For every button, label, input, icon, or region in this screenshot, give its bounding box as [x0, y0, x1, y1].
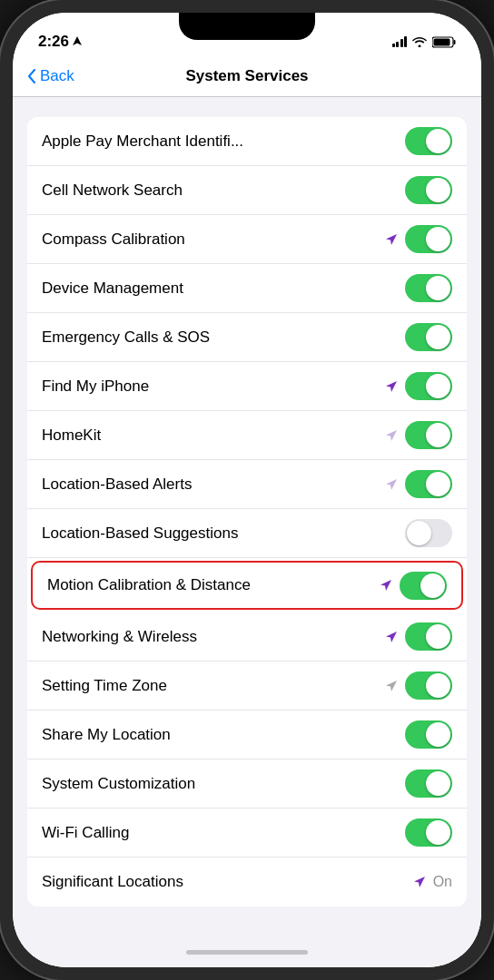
- settings-row[interactable]: Device Management: [27, 264, 467, 313]
- row-right: [385, 372, 452, 400]
- phone-frame: 2:26: [0, 0, 494, 980]
- row-label: Find My iPhone: [42, 377, 385, 396]
- settings-row[interactable]: Networking & Wireless: [27, 612, 467, 662]
- row-right: [385, 470, 452, 498]
- svg-rect-2: [434, 38, 450, 45]
- row-text: Find My iPhone: [42, 377, 149, 396]
- row-right: [385, 671, 452, 700]
- row-label: Apple Pay Merchant Identifi...: [42, 132, 405, 151]
- toggle-switch[interactable]: [405, 323, 452, 351]
- location-arrow-icon: [385, 429, 398, 442]
- battery-icon: [432, 36, 456, 48]
- row-label: Share My Location: [42, 726, 405, 744]
- location-arrow-icon: [413, 876, 426, 888]
- status-location-icon: [73, 36, 82, 47]
- settings-row[interactable]: Location-Based Suggestions: [27, 509, 467, 558]
- back-chevron-icon: [27, 69, 36, 83]
- row-label: Device Management: [42, 279, 405, 298]
- settings-row[interactable]: Find My iPhone: [27, 362, 467, 411]
- settings-row[interactable]: Setting Time Zone: [27, 662, 467, 710]
- toggle-switch[interactable]: [405, 671, 452, 700]
- back-label: Back: [40, 67, 74, 85]
- row-text: Apple Pay Merchant Identifi...: [42, 132, 243, 151]
- row-right: [405, 274, 452, 302]
- row-text: Device Management: [42, 279, 183, 298]
- svg-rect-1: [454, 40, 456, 44]
- row-right: [405, 769, 452, 798]
- row-right: [405, 127, 452, 155]
- row-label: Compass Calibration: [42, 230, 385, 249]
- row-right: [405, 323, 452, 351]
- row-label: Significant Locations: [42, 873, 413, 891]
- row-label: Emergency Calls & SOS: [42, 328, 405, 347]
- settings-scroll[interactable]: Apple Pay Merchant Identifi... Cell Netw…: [13, 97, 481, 936]
- row-label: Setting Time Zone: [42, 677, 385, 695]
- row-right: [405, 176, 452, 204]
- settings-row[interactable]: Apple Pay Merchant Identifi...: [27, 117, 467, 166]
- back-button[interactable]: Back: [27, 67, 74, 85]
- toggle-switch[interactable]: [405, 769, 452, 798]
- row-label: HomeKit: [42, 426, 385, 445]
- toggle-switch[interactable]: [405, 176, 452, 204]
- row-right: [405, 720, 452, 749]
- settings-row[interactable]: Share My Location: [27, 710, 467, 760]
- page-title: System Services: [185, 67, 308, 85]
- nav-bar: Back System Services: [13, 58, 481, 97]
- row-right: [405, 519, 452, 547]
- row-right: [385, 421, 452, 449]
- row-text: System Customization: [42, 775, 195, 793]
- row-text: Setting Time Zone: [42, 677, 167, 695]
- row-text: Compass Calibration: [42, 230, 185, 249]
- home-indicator-spacer: [13, 926, 481, 936]
- toggle-switch[interactable]: [405, 818, 452, 847]
- toggle-switch[interactable]: [405, 421, 452, 449]
- row-text: Significant Locations: [42, 873, 183, 891]
- toggle-switch[interactable]: [405, 519, 452, 547]
- row-label: Location-Based Alerts: [42, 475, 385, 494]
- settings-row[interactable]: Emergency Calls & SOS: [27, 313, 467, 362]
- settings-group: Apple Pay Merchant Identifi... Cell Netw…: [27, 117, 467, 906]
- row-text: Motion Calibration & Distance: [47, 576, 251, 594]
- phone-inner: 2:26: [13, 13, 481, 967]
- settings-row[interactable]: Significant Locations On: [27, 858, 467, 906]
- row-label: Motion Calibration & Distance: [47, 576, 380, 594]
- toggle-value: On: [433, 874, 452, 890]
- settings-row[interactable]: Wi-Fi Calling: [27, 808, 467, 858]
- notch: [179, 13, 315, 40]
- location-arrow-icon: [385, 380, 398, 393]
- row-text: Share My Location: [42, 726, 171, 744]
- toggle-switch[interactable]: [405, 274, 452, 302]
- row-text: Location-Based Suggestions: [42, 524, 238, 543]
- row-text: HomeKit: [42, 426, 101, 445]
- settings-row[interactable]: Motion Calibration & Distance: [31, 561, 463, 610]
- row-right: [405, 818, 452, 847]
- settings-row[interactable]: Location-Based Alerts: [27, 460, 467, 509]
- toggle-switch[interactable]: [405, 720, 452, 749]
- row-label: Networking & Wireless: [42, 628, 385, 646]
- location-arrow-icon: [385, 478, 398, 491]
- row-text: Location-Based Alerts: [42, 475, 192, 494]
- row-right: [385, 622, 452, 651]
- toggle-switch[interactable]: [405, 470, 452, 498]
- row-text: Wi-Fi Calling: [42, 824, 129, 842]
- screen: 2:26: [13, 13, 481, 967]
- row-text: Networking & Wireless: [42, 628, 197, 646]
- status-time: 2:26: [38, 33, 69, 51]
- settings-row[interactable]: Compass Calibration: [27, 215, 467, 264]
- toggle-switch[interactable]: [405, 127, 452, 155]
- toggle-switch[interactable]: [405, 372, 452, 400]
- toggle-switch[interactable]: [405, 225, 452, 253]
- signal-bars-icon: [392, 36, 408, 47]
- toggle-switch[interactable]: [405, 622, 452, 651]
- row-right: [380, 572, 447, 600]
- row-text: Emergency Calls & SOS: [42, 328, 210, 347]
- row-label: System Customization: [42, 775, 405, 793]
- home-indicator: [13, 936, 481, 967]
- toggle-switch[interactable]: [400, 572, 447, 600]
- settings-row[interactable]: HomeKit: [27, 411, 467, 460]
- settings-row[interactable]: Cell Network Search: [27, 166, 467, 215]
- row-label: Wi-Fi Calling: [42, 824, 405, 842]
- settings-row[interactable]: System Customization: [27, 760, 467, 808]
- status-icons: [392, 36, 457, 48]
- location-arrow-icon: [385, 233, 398, 246]
